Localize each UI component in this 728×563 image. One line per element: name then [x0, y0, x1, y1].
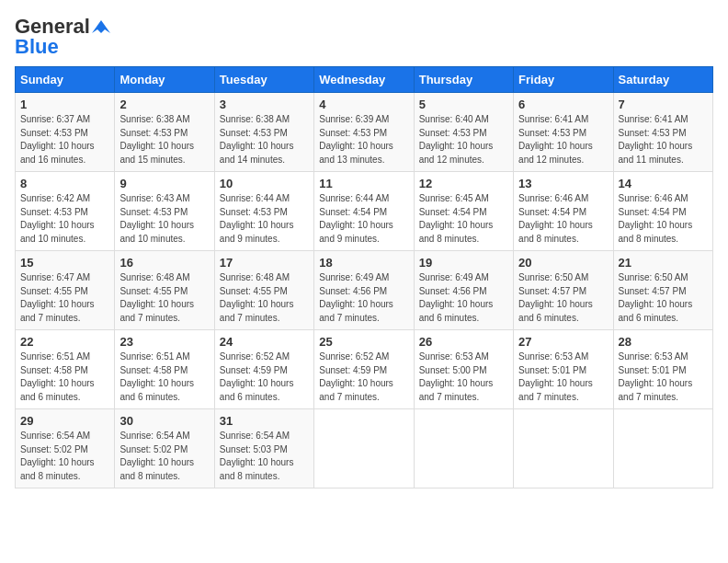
day-number: 15 — [20, 256, 109, 270]
calendar-cell: 28 Sunrise: 6:53 AMSunset: 5:01 PMDaylig… — [613, 330, 712, 409]
day-number: 5 — [419, 98, 508, 111]
day-number: 1 — [20, 98, 109, 111]
calendar-cell: 4 Sunrise: 6:39 AMSunset: 4:53 PMDayligh… — [314, 93, 414, 172]
day-number: 11 — [319, 177, 408, 190]
day-info: Sunrise: 6:43 AMSunset: 4:53 PMDaylight:… — [119, 193, 194, 244]
day-info: Sunrise: 6:49 AMSunset: 4:56 PMDaylight:… — [419, 272, 494, 323]
calendar-week-row: 15 Sunrise: 6:47 AMSunset: 4:55 PMDaylig… — [16, 251, 713, 330]
day-number: 20 — [518, 256, 608, 270]
day-info: Sunrise: 6:52 AMSunset: 4:59 PMDaylight:… — [220, 351, 294, 402]
calendar-cell: 25 Sunrise: 6:52 AMSunset: 4:59 PMDaylig… — [314, 330, 414, 409]
day-info: Sunrise: 6:54 AMSunset: 5:02 PMDaylight:… — [20, 431, 95, 481]
day-number: 28 — [619, 335, 708, 349]
day-header-monday: Monday — [115, 67, 214, 93]
day-header-tuesday: Tuesday — [214, 67, 313, 93]
day-number: 9 — [119, 177, 209, 190]
calendar-cell: 20 Sunrise: 6:50 AMSunset: 4:57 PMDaylig… — [514, 251, 613, 330]
day-info: Sunrise: 6:40 AMSunset: 4:53 PMDaylight:… — [419, 114, 494, 165]
day-info: Sunrise: 6:46 AMSunset: 4:54 PMDaylight:… — [619, 193, 693, 244]
calendar-body: 1 Sunrise: 6:37 AMSunset: 4:53 PMDayligh… — [16, 93, 713, 488]
day-info: Sunrise: 6:54 AMSunset: 5:02 PMDaylight:… — [119, 431, 194, 481]
calendar-cell: 27 Sunrise: 6:53 AMSunset: 5:01 PMDaylig… — [514, 330, 613, 409]
calendar-cell: 30 Sunrise: 6:54 AMSunset: 5:02 PMDaylig… — [115, 409, 214, 488]
calendar-cell — [314, 409, 414, 488]
calendar-cell: 6 Sunrise: 6:41 AMSunset: 4:53 PMDayligh… — [514, 93, 613, 172]
day-header-friday: Friday — [514, 67, 613, 93]
calendar-table: SundayMondayTuesdayWednesdayThursdayFrid… — [15, 66, 713, 488]
day-info: Sunrise: 6:52 AMSunset: 4:59 PMDaylight:… — [319, 351, 393, 402]
day-number: 8 — [20, 177, 109, 190]
calendar-cell: 1 Sunrise: 6:37 AMSunset: 4:53 PMDayligh… — [16, 93, 115, 172]
calendar-cell: 10 Sunrise: 6:44 AMSunset: 4:53 PMDaylig… — [214, 172, 313, 251]
calendar-cell: 18 Sunrise: 6:49 AMSunset: 4:56 PMDaylig… — [314, 251, 414, 330]
calendar-cell: 2 Sunrise: 6:38 AMSunset: 4:53 PMDayligh… — [115, 93, 214, 172]
calendar-week-row: 22 Sunrise: 6:51 AMSunset: 4:58 PMDaylig… — [16, 330, 713, 409]
day-info: Sunrise: 6:50 AMSunset: 4:57 PMDaylight:… — [619, 272, 693, 323]
calendar-cell: 21 Sunrise: 6:50 AMSunset: 4:57 PMDaylig… — [613, 251, 712, 330]
calendar-cell: 9 Sunrise: 6:43 AMSunset: 4:53 PMDayligh… — [115, 172, 214, 251]
day-number: 18 — [319, 256, 408, 270]
calendar-cell: 19 Sunrise: 6:49 AMSunset: 4:56 PMDaylig… — [414, 251, 513, 330]
day-info: Sunrise: 6:48 AMSunset: 4:55 PMDaylight:… — [119, 272, 194, 323]
day-info: Sunrise: 6:39 AMSunset: 4:53 PMDaylight:… — [319, 114, 393, 165]
day-info: Sunrise: 6:38 AMSunset: 4:53 PMDaylight:… — [220, 114, 294, 165]
calendar-cell: 15 Sunrise: 6:47 AMSunset: 4:55 PMDaylig… — [16, 251, 115, 330]
calendar-cell: 26 Sunrise: 6:53 AMSunset: 5:00 PMDaylig… — [414, 330, 513, 409]
calendar-week-row: 1 Sunrise: 6:37 AMSunset: 4:53 PMDayligh… — [16, 93, 713, 172]
calendar-cell: 8 Sunrise: 6:42 AMSunset: 4:53 PMDayligh… — [16, 172, 115, 251]
day-info: Sunrise: 6:48 AMSunset: 4:55 PMDaylight:… — [220, 272, 294, 323]
svg-marker-0 — [92, 20, 110, 33]
day-info: Sunrise: 6:46 AMSunset: 4:54 PMDaylight:… — [518, 193, 593, 244]
day-number: 30 — [119, 414, 209, 428]
calendar-week-row: 8 Sunrise: 6:42 AMSunset: 4:53 PMDayligh… — [16, 172, 713, 251]
day-number: 21 — [619, 256, 708, 270]
day-info: Sunrise: 6:49 AMSunset: 4:56 PMDaylight:… — [319, 272, 393, 323]
calendar-cell — [613, 409, 712, 488]
day-info: Sunrise: 6:51 AMSunset: 4:58 PMDaylight:… — [20, 351, 95, 402]
day-number: 26 — [419, 335, 508, 349]
day-info: Sunrise: 6:44 AMSunset: 4:54 PMDaylight:… — [319, 193, 393, 244]
day-number: 25 — [319, 335, 408, 349]
calendar-week-row: 29 Sunrise: 6:54 AMSunset: 5:02 PMDaylig… — [16, 409, 713, 488]
calendar-cell: 11 Sunrise: 6:44 AMSunset: 4:54 PMDaylig… — [314, 172, 414, 251]
calendar-cell: 5 Sunrise: 6:40 AMSunset: 4:53 PMDayligh… — [414, 93, 513, 172]
logo: General Blue — [15, 15, 110, 59]
day-number: 24 — [220, 335, 309, 349]
calendar-cell: 17 Sunrise: 6:48 AMSunset: 4:55 PMDaylig… — [214, 251, 313, 330]
day-info: Sunrise: 6:41 AMSunset: 4:53 PMDaylight:… — [518, 114, 593, 165]
day-info: Sunrise: 6:38 AMSunset: 4:53 PMDaylight:… — [119, 114, 194, 165]
day-info: Sunrise: 6:53 AMSunset: 5:00 PMDaylight:… — [419, 351, 494, 402]
calendar-cell: 31 Sunrise: 6:54 AMSunset: 5:03 PMDaylig… — [214, 409, 313, 488]
day-header-sunday: Sunday — [16, 67, 115, 93]
day-info: Sunrise: 6:50 AMSunset: 4:57 PMDaylight:… — [518, 272, 593, 323]
calendar-cell: 13 Sunrise: 6:46 AMSunset: 4:54 PMDaylig… — [514, 172, 613, 251]
calendar-cell: 16 Sunrise: 6:48 AMSunset: 4:55 PMDaylig… — [115, 251, 214, 330]
day-number: 6 — [518, 98, 608, 111]
day-info: Sunrise: 6:54 AMSunset: 5:03 PMDaylight:… — [220, 431, 294, 481]
day-number: 13 — [518, 177, 608, 190]
day-number: 2 — [119, 98, 209, 111]
calendar-cell: 3 Sunrise: 6:38 AMSunset: 4:53 PMDayligh… — [214, 93, 313, 172]
day-number: 12 — [419, 177, 508, 190]
day-number: 23 — [119, 335, 209, 349]
calendar-cell: 22 Sunrise: 6:51 AMSunset: 4:58 PMDaylig… — [16, 330, 115, 409]
day-info: Sunrise: 6:53 AMSunset: 5:01 PMDaylight:… — [518, 351, 593, 402]
day-info: Sunrise: 6:53 AMSunset: 5:01 PMDaylight:… — [619, 351, 693, 402]
day-info: Sunrise: 6:45 AMSunset: 4:54 PMDaylight:… — [419, 193, 494, 244]
day-number: 10 — [220, 177, 309, 190]
logo-bird-icon — [92, 20, 110, 33]
calendar-cell: 29 Sunrise: 6:54 AMSunset: 5:02 PMDaylig… — [16, 409, 115, 488]
calendar-header-row: SundayMondayTuesdayWednesdayThursdayFrid… — [16, 67, 713, 93]
day-header-saturday: Saturday — [613, 67, 712, 93]
day-number: 16 — [119, 256, 209, 270]
page-header: General Blue — [15, 15, 713, 59]
day-info: Sunrise: 6:51 AMSunset: 4:58 PMDaylight:… — [119, 351, 194, 402]
day-number: 14 — [619, 177, 708, 190]
day-number: 29 — [20, 414, 109, 428]
day-number: 19 — [419, 256, 508, 270]
calendar-cell: 14 Sunrise: 6:46 AMSunset: 4:54 PMDaylig… — [613, 172, 712, 251]
calendar-cell: 12 Sunrise: 6:45 AMSunset: 4:54 PMDaylig… — [414, 172, 513, 251]
day-info: Sunrise: 6:42 AMSunset: 4:53 PMDaylight:… — [20, 193, 95, 244]
day-number: 17 — [220, 256, 309, 270]
day-header-thursday: Thursday — [414, 67, 513, 93]
